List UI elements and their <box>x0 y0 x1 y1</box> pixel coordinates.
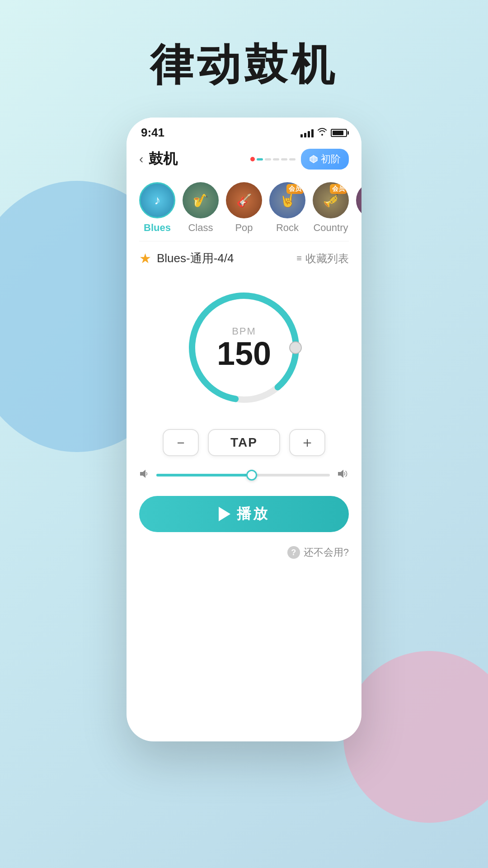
play-button[interactable]: 播放 <box>139 496 349 532</box>
help-row: ? 还不会用? <box>127 541 361 570</box>
genre-blues-label: Blues <box>144 222 171 234</box>
play-label: 播放 <box>237 504 269 524</box>
play-section: 播放 <box>127 491 361 541</box>
bpm-value: 150 <box>217 337 271 370</box>
svg-marker-3 <box>338 470 343 478</box>
battery-icon <box>331 129 347 137</box>
genre-item-class[interactable]: 🎷 Class <box>183 182 219 234</box>
play-icon <box>219 507 230 521</box>
record-dot <box>250 157 255 161</box>
volume-slider[interactable] <box>156 474 330 476</box>
rock-member-badge: 会员 <box>286 184 304 194</box>
volume-section <box>127 465 361 491</box>
level-badge[interactable]: 初阶 <box>301 149 349 170</box>
list-icon: ≡ <box>296 253 302 264</box>
genre-pop-label: Pop <box>235 222 253 234</box>
star-icon: ★ <box>139 250 151 266</box>
genre-country-img: 🎺 会员 <box>313 182 349 218</box>
genre-country-label: Country <box>313 222 348 234</box>
country-icon: 🎺 <box>323 193 339 208</box>
genre-item-country[interactable]: 🎺 会员 Country <box>313 182 349 234</box>
bpm-circle[interactable]: BPM 150 <box>181 284 307 411</box>
genre-item-fu[interactable]: 🎵 Fu <box>356 182 361 234</box>
country-member-badge: 会员 <box>330 184 347 194</box>
genre-rock-label: Rock <box>276 222 299 234</box>
bpm-knob[interactable] <box>289 341 302 354</box>
tap-button[interactable]: TAP <box>208 429 280 456</box>
class-icon: 🎷 <box>193 193 209 208</box>
genre-item-pop[interactable]: 🎸 Pop <box>226 182 262 234</box>
pop-icon: 🎸 <box>236 193 252 208</box>
rock-icon: 🤘 <box>280 193 296 208</box>
level-label: 初阶 <box>321 152 341 166</box>
svg-marker-2 <box>140 470 145 478</box>
signal-icon <box>300 128 314 137</box>
favorites-label: 收藏列表 <box>305 251 349 266</box>
status-icons <box>300 127 347 138</box>
favorites-button[interactable]: ≡ 收藏列表 <box>296 251 349 266</box>
genre-scroll[interactable]: ♪ Blues 🎷 Class 🎸 Pop 🤘 会员 Rock � <box>127 175 361 241</box>
phone-frame: 9:41 ‹ 鼓机 <box>127 118 361 741</box>
genre-fu-img: 🎵 <box>356 182 361 218</box>
volume-high-icon <box>337 469 349 481</box>
help-text: 还不会用? <box>304 546 349 559</box>
genre-class-img: 🎷 <box>183 182 219 218</box>
bg-blob-right <box>343 651 488 823</box>
volume-low-icon <box>139 469 149 481</box>
genre-item-rock[interactable]: 🤘 会员 Rock <box>269 182 305 234</box>
page-title: 律动鼓机 <box>0 36 488 95</box>
cube-icon <box>309 155 318 164</box>
help-icon[interactable]: ? <box>287 546 300 559</box>
blues-icon: ♪ <box>154 193 160 208</box>
genre-class-label: Class <box>188 222 213 234</box>
volume-thumb[interactable] <box>246 470 257 481</box>
genre-blues-img: ♪ <box>139 182 175 218</box>
header-title: 鼓机 <box>149 149 245 169</box>
genre-item-blues[interactable]: ♪ Blues <box>139 182 175 234</box>
status-bar: 9:41 <box>127 118 361 143</box>
bpm-controls: － TAP ＋ <box>127 425 361 465</box>
genre-rock-img: 🤘 会员 <box>269 182 305 218</box>
genre-pop-img: 🎸 <box>226 182 262 218</box>
volume-fill <box>156 474 252 476</box>
header-dots <box>250 157 296 161</box>
back-button[interactable]: ‹ <box>139 152 143 166</box>
status-time: 9:41 <box>141 126 164 140</box>
bpm-section: BPM 150 <box>127 275 361 425</box>
header: ‹ 鼓机 初阶 <box>127 143 361 175</box>
progress-indicator <box>257 158 296 160</box>
minus-button[interactable]: － <box>163 429 199 456</box>
track-left: ★ Blues-通用-4/4 <box>139 250 234 266</box>
plus-button[interactable]: ＋ <box>289 429 325 456</box>
wifi-icon <box>317 127 327 138</box>
bpm-center: BPM 150 <box>217 326 271 370</box>
track-name: Blues-通用-4/4 <box>157 250 234 266</box>
